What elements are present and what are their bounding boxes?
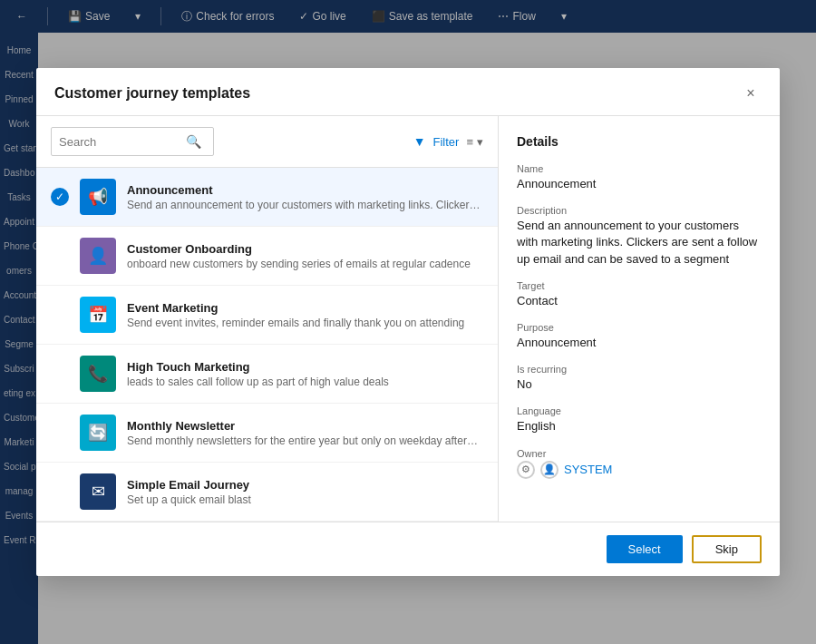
detail-purpose-group: Purpose Announcement bbox=[517, 322, 762, 351]
template-info-customer-onboarding: Customer Onboarding onboard new customer… bbox=[127, 242, 483, 270]
skip-button[interactable]: Skip bbox=[692, 535, 762, 563]
template-desc-customer-onboarding: onboard new customers by sending series … bbox=[127, 258, 483, 270]
detail-owner-label: Owner bbox=[517, 448, 762, 459]
template-info-announcement: Announcement Send an announcement to you… bbox=[127, 183, 483, 211]
template-icon-announcement: 📢 bbox=[80, 179, 116, 215]
details-section-title: Details bbox=[517, 134, 762, 149]
search-input-wrap[interactable]: 🔍 bbox=[51, 127, 214, 156]
template-list-panel: 🔍 ▼ Filter ≡ ▾ ✓ 📢 bbox=[36, 116, 499, 522]
owner-avatar-icon: ⚙ bbox=[517, 461, 535, 479]
template-icon-simple-email: ✉ bbox=[80, 473, 116, 510]
detail-language-value: English bbox=[517, 418, 762, 434]
search-bar: 🔍 ▼ Filter ≡ ▾ bbox=[36, 116, 498, 168]
detail-recurring-label: Is recurring bbox=[517, 364, 762, 375]
modal-title: Customer journey templates bbox=[54, 85, 250, 102]
detail-recurring-group: Is recurring No bbox=[517, 364, 762, 393]
detail-description-group: Description Send an announcement to your… bbox=[517, 205, 762, 268]
template-icon-monthly-newsletter: 🔄 bbox=[80, 415, 116, 451]
details-panel: Details Name Announcement Description Se… bbox=[499, 116, 780, 522]
detail-purpose-value: Announcement bbox=[517, 335, 762, 351]
detail-target-group: Target Contact bbox=[517, 280, 762, 309]
settings-icon: ⚙ bbox=[521, 463, 530, 475]
template-item-announcement[interactable]: ✓ 📢 Announcement Send an announcement to… bbox=[36, 168, 498, 227]
template-name-high-touch-marketing: High Touch Marketing bbox=[127, 360, 483, 374]
filter-label: Filter bbox=[433, 135, 460, 149]
person-icon: 👤 bbox=[543, 463, 556, 475]
template-desc-simple-email: Set up a quick email blast bbox=[127, 493, 483, 506]
detail-target-value: Contact bbox=[517, 293, 762, 309]
detail-name-group: Name Announcement bbox=[517, 163, 762, 192]
template-name-monthly-newsletter: Monthly Newsletter bbox=[127, 419, 483, 433]
detail-purpose-label: Purpose bbox=[517, 322, 762, 333]
detail-language-group: Language English bbox=[517, 405, 762, 434]
detail-language-label: Language bbox=[517, 405, 762, 416]
template-item-customer-onboarding[interactable]: 👤 Customer Onboarding onboard new custom… bbox=[36, 227, 498, 286]
template-desc-monthly-newsletter: Send monthly newsletters for the entire … bbox=[127, 434, 483, 447]
detail-target-label: Target bbox=[517, 280, 762, 291]
collapse-icon[interactable]: ▾ bbox=[477, 135, 483, 149]
modal-close-button[interactable]: × bbox=[740, 83, 762, 104]
template-desc-announcement: Send an announcement to your customers w… bbox=[127, 199, 483, 211]
template-item-simple-email[interactable]: ✉ Simple Email Journey Set up a quick em… bbox=[36, 463, 498, 522]
template-name-simple-email: Simple Email Journey bbox=[127, 478, 483, 492]
modal-overlay: Customer journey templates × 🔍 ▼ Filter … bbox=[0, 0, 816, 644]
template-name-customer-onboarding: Customer Onboarding bbox=[127, 242, 483, 256]
template-icon-event-marketing: 📅 bbox=[80, 297, 116, 333]
template-desc-high-touch-marketing: leads to sales call follow up as part of… bbox=[127, 376, 483, 388]
template-item-event-marketing[interactable]: 📅 Event Marketing Send event invites, re… bbox=[36, 286, 498, 345]
template-name-event-marketing: Event Marketing bbox=[127, 301, 483, 315]
detail-recurring-value: No bbox=[517, 376, 762, 393]
filter-controls: ≡ ▾ bbox=[466, 135, 483, 149]
template-desc-event-marketing: Send event invites, reminder emails and … bbox=[127, 317, 483, 329]
detail-name-label: Name bbox=[517, 163, 762, 174]
search-icon: 🔍 bbox=[186, 134, 201, 149]
template-modal: Customer journey templates × 🔍 ▼ Filter … bbox=[36, 68, 780, 576]
template-info-event-marketing: Event Marketing Send event invites, remi… bbox=[127, 301, 483, 329]
detail-description-label: Description bbox=[517, 205, 762, 216]
select-button[interactable]: Select bbox=[607, 535, 683, 563]
owner-row: ⚙ 👤 SYSTEM bbox=[517, 461, 762, 479]
template-info-high-touch-marketing: High Touch Marketing leads to sales call… bbox=[127, 360, 483, 388]
owner-name[interactable]: SYSTEM bbox=[564, 463, 612, 476]
detail-description-value: Send an announcement to your customers w… bbox=[517, 218, 762, 268]
template-info-simple-email: Simple Email Journey Set up a quick emai… bbox=[127, 478, 483, 506]
detail-owner-group: Owner ⚙ 👤 SYSTEM bbox=[517, 448, 762, 479]
filter-icon: ▼ bbox=[413, 134, 426, 149]
filter-area[interactable]: ▼ Filter ≡ ▾ bbox=[413, 134, 483, 149]
modal-body: 🔍 ▼ Filter ≡ ▾ ✓ 📢 bbox=[36, 116, 780, 522]
modal-footer: Select Skip bbox=[36, 522, 780, 576]
detail-name-value: Announcement bbox=[517, 176, 762, 192]
template-check-announcement: ✓ bbox=[51, 188, 69, 206]
owner-person-icon: 👤 bbox=[540, 461, 559, 479]
template-name-announcement: Announcement bbox=[127, 183, 483, 197]
template-list: ✓ 📢 Announcement Send an announcement to… bbox=[36, 168, 498, 522]
template-icon-high-touch-marketing: 📞 bbox=[80, 356, 116, 392]
template-item-high-touch-marketing[interactable]: 📞 High Touch Marketing leads to sales ca… bbox=[36, 345, 498, 404]
modal-header: Customer journey templates × bbox=[36, 68, 780, 116]
search-input[interactable] bbox=[59, 135, 186, 149]
template-icon-customer-onboarding: 👤 bbox=[80, 238, 116, 274]
template-item-monthly-newsletter[interactable]: 🔄 Monthly Newsletter Send monthly newsle… bbox=[36, 404, 498, 463]
template-info-monthly-newsletter: Monthly Newsletter Send monthly newslett… bbox=[127, 419, 483, 447]
list-view-icon[interactable]: ≡ bbox=[466, 135, 473, 149]
